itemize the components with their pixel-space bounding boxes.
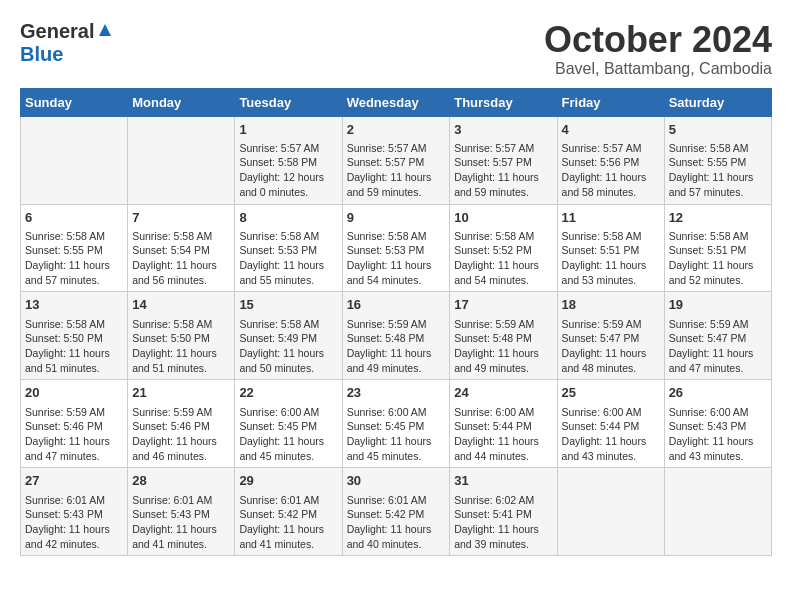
calendar-cell: 18Sunrise: 5:59 AM Sunset: 5:47 PM Dayli… — [557, 292, 664, 380]
calendar-cell: 27Sunrise: 6:01 AM Sunset: 5:43 PM Dayli… — [21, 468, 128, 556]
day-info: Sunrise: 5:58 AM Sunset: 5:55 PM Dayligh… — [669, 141, 767, 200]
day-number: 5 — [669, 121, 767, 139]
day-info: Sunrise: 5:59 AM Sunset: 5:47 PM Dayligh… — [562, 317, 660, 376]
day-info: Sunrise: 5:59 AM Sunset: 5:47 PM Dayligh… — [669, 317, 767, 376]
day-info: Sunrise: 5:57 AM Sunset: 5:57 PM Dayligh… — [347, 141, 446, 200]
calendar-cell: 16Sunrise: 5:59 AM Sunset: 5:48 PM Dayli… — [342, 292, 450, 380]
calendar-cell — [557, 468, 664, 556]
day-info: Sunrise: 6:01 AM Sunset: 5:42 PM Dayligh… — [239, 493, 337, 552]
calendar-week-row: 27Sunrise: 6:01 AM Sunset: 5:43 PM Dayli… — [21, 468, 772, 556]
calendar-cell: 1Sunrise: 5:57 AM Sunset: 5:58 PM Daylig… — [235, 116, 342, 204]
calendar-header-wednesday: Wednesday — [342, 88, 450, 116]
day-number: 1 — [239, 121, 337, 139]
calendar-cell: 6Sunrise: 5:58 AM Sunset: 5:55 PM Daylig… — [21, 204, 128, 292]
day-info: Sunrise: 5:58 AM Sunset: 5:54 PM Dayligh… — [132, 229, 230, 288]
title-block: October 2024 Bavel, Battambang, Cambodia — [544, 20, 772, 78]
calendar-cell: 12Sunrise: 5:58 AM Sunset: 5:51 PM Dayli… — [664, 204, 771, 292]
day-number: 15 — [239, 296, 337, 314]
day-info: Sunrise: 5:58 AM Sunset: 5:55 PM Dayligh… — [25, 229, 123, 288]
calendar-header-sunday: Sunday — [21, 88, 128, 116]
logo-blue: Blue — [20, 43, 63, 66]
logo: General Blue — [20, 20, 113, 66]
day-number: 11 — [562, 209, 660, 227]
calendar-cell — [664, 468, 771, 556]
day-info: Sunrise: 5:59 AM Sunset: 5:46 PM Dayligh… — [132, 405, 230, 464]
calendar-header-monday: Monday — [128, 88, 235, 116]
calendar-cell: 25Sunrise: 6:00 AM Sunset: 5:44 PM Dayli… — [557, 380, 664, 468]
location-title: Bavel, Battambang, Cambodia — [544, 60, 772, 78]
day-number: 14 — [132, 296, 230, 314]
day-number: 16 — [347, 296, 446, 314]
day-info: Sunrise: 5:58 AM Sunset: 5:49 PM Dayligh… — [239, 317, 337, 376]
day-info: Sunrise: 6:01 AM Sunset: 5:42 PM Dayligh… — [347, 493, 446, 552]
day-number: 9 — [347, 209, 446, 227]
calendar-cell — [128, 116, 235, 204]
calendar-header-tuesday: Tuesday — [235, 88, 342, 116]
day-number: 4 — [562, 121, 660, 139]
day-number: 3 — [454, 121, 552, 139]
logo-arrow-icon — [97, 22, 113, 42]
day-number: 19 — [669, 296, 767, 314]
calendar-week-row: 1Sunrise: 5:57 AM Sunset: 5:58 PM Daylig… — [21, 116, 772, 204]
day-number: 12 — [669, 209, 767, 227]
calendar-cell: 19Sunrise: 5:59 AM Sunset: 5:47 PM Dayli… — [664, 292, 771, 380]
calendar-cell: 17Sunrise: 5:59 AM Sunset: 5:48 PM Dayli… — [450, 292, 557, 380]
calendar-cell: 31Sunrise: 6:02 AM Sunset: 5:41 PM Dayli… — [450, 468, 557, 556]
calendar-cell: 8Sunrise: 5:58 AM Sunset: 5:53 PM Daylig… — [235, 204, 342, 292]
calendar-table: SundayMondayTuesdayWednesdayThursdayFrid… — [20, 88, 772, 557]
svg-marker-0 — [99, 24, 111, 36]
day-info: Sunrise: 5:58 AM Sunset: 5:53 PM Dayligh… — [239, 229, 337, 288]
calendar-cell: 7Sunrise: 5:58 AM Sunset: 5:54 PM Daylig… — [128, 204, 235, 292]
calendar-week-row: 20Sunrise: 5:59 AM Sunset: 5:46 PM Dayli… — [21, 380, 772, 468]
day-info: Sunrise: 5:57 AM Sunset: 5:57 PM Dayligh… — [454, 141, 552, 200]
calendar-header-friday: Friday — [557, 88, 664, 116]
day-number: 28 — [132, 472, 230, 490]
day-info: Sunrise: 5:59 AM Sunset: 5:48 PM Dayligh… — [347, 317, 446, 376]
calendar-cell: 13Sunrise: 5:58 AM Sunset: 5:50 PM Dayli… — [21, 292, 128, 380]
calendar-cell: 28Sunrise: 6:01 AM Sunset: 5:43 PM Dayli… — [128, 468, 235, 556]
calendar-cell — [21, 116, 128, 204]
calendar-week-row: 6Sunrise: 5:58 AM Sunset: 5:55 PM Daylig… — [21, 204, 772, 292]
calendar-cell: 9Sunrise: 5:58 AM Sunset: 5:53 PM Daylig… — [342, 204, 450, 292]
calendar-header-saturday: Saturday — [664, 88, 771, 116]
day-number: 23 — [347, 384, 446, 402]
day-info: Sunrise: 6:01 AM Sunset: 5:43 PM Dayligh… — [25, 493, 123, 552]
day-number: 29 — [239, 472, 337, 490]
day-number: 10 — [454, 209, 552, 227]
day-info: Sunrise: 6:00 AM Sunset: 5:45 PM Dayligh… — [347, 405, 446, 464]
day-number: 18 — [562, 296, 660, 314]
calendar-cell: 14Sunrise: 5:58 AM Sunset: 5:50 PM Dayli… — [128, 292, 235, 380]
day-info: Sunrise: 5:58 AM Sunset: 5:52 PM Dayligh… — [454, 229, 552, 288]
day-info: Sunrise: 6:00 AM Sunset: 5:44 PM Dayligh… — [562, 405, 660, 464]
day-number: 20 — [25, 384, 123, 402]
day-number: 27 — [25, 472, 123, 490]
day-number: 26 — [669, 384, 767, 402]
day-number: 13 — [25, 296, 123, 314]
calendar-cell: 3Sunrise: 5:57 AM Sunset: 5:57 PM Daylig… — [450, 116, 557, 204]
day-number: 31 — [454, 472, 552, 490]
day-info: Sunrise: 6:00 AM Sunset: 5:43 PM Dayligh… — [669, 405, 767, 464]
calendar-cell: 26Sunrise: 6:00 AM Sunset: 5:43 PM Dayli… — [664, 380, 771, 468]
calendar-cell: 22Sunrise: 6:00 AM Sunset: 5:45 PM Dayli… — [235, 380, 342, 468]
calendar-cell: 15Sunrise: 5:58 AM Sunset: 5:49 PM Dayli… — [235, 292, 342, 380]
page-header: General Blue October 2024 Bavel, Battamb… — [20, 20, 772, 78]
calendar-cell: 30Sunrise: 6:01 AM Sunset: 5:42 PM Dayli… — [342, 468, 450, 556]
day-number: 30 — [347, 472, 446, 490]
day-info: Sunrise: 5:58 AM Sunset: 5:50 PM Dayligh… — [25, 317, 123, 376]
day-info: Sunrise: 6:00 AM Sunset: 5:45 PM Dayligh… — [239, 405, 337, 464]
day-info: Sunrise: 5:59 AM Sunset: 5:48 PM Dayligh… — [454, 317, 552, 376]
month-title: October 2024 — [544, 20, 772, 60]
day-info: Sunrise: 5:58 AM Sunset: 5:50 PM Dayligh… — [132, 317, 230, 376]
day-info: Sunrise: 6:01 AM Sunset: 5:43 PM Dayligh… — [132, 493, 230, 552]
calendar-cell: 4Sunrise: 5:57 AM Sunset: 5:56 PM Daylig… — [557, 116, 664, 204]
day-info: Sunrise: 5:59 AM Sunset: 5:46 PM Dayligh… — [25, 405, 123, 464]
day-number: 6 — [25, 209, 123, 227]
calendar-week-row: 13Sunrise: 5:58 AM Sunset: 5:50 PM Dayli… — [21, 292, 772, 380]
day-info: Sunrise: 5:58 AM Sunset: 5:53 PM Dayligh… — [347, 229, 446, 288]
calendar-cell: 2Sunrise: 5:57 AM Sunset: 5:57 PM Daylig… — [342, 116, 450, 204]
calendar-cell: 21Sunrise: 5:59 AM Sunset: 5:46 PM Dayli… — [128, 380, 235, 468]
day-number: 17 — [454, 296, 552, 314]
day-number: 8 — [239, 209, 337, 227]
logo-general: General — [20, 20, 94, 43]
day-info: Sunrise: 5:57 AM Sunset: 5:56 PM Dayligh… — [562, 141, 660, 200]
